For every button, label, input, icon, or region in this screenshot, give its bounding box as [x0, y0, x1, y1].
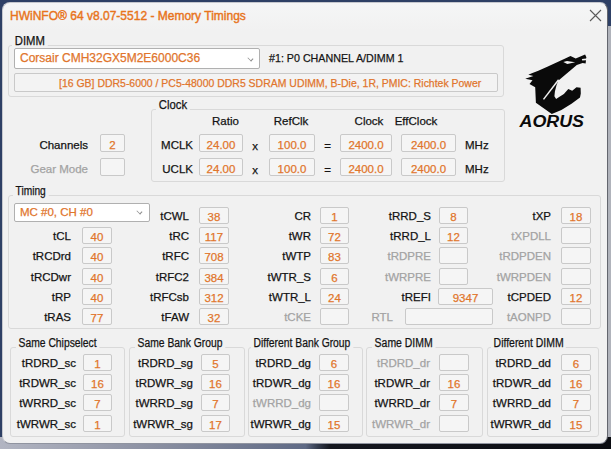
- svg-text:AORUS: AORUS: [518, 113, 584, 130]
